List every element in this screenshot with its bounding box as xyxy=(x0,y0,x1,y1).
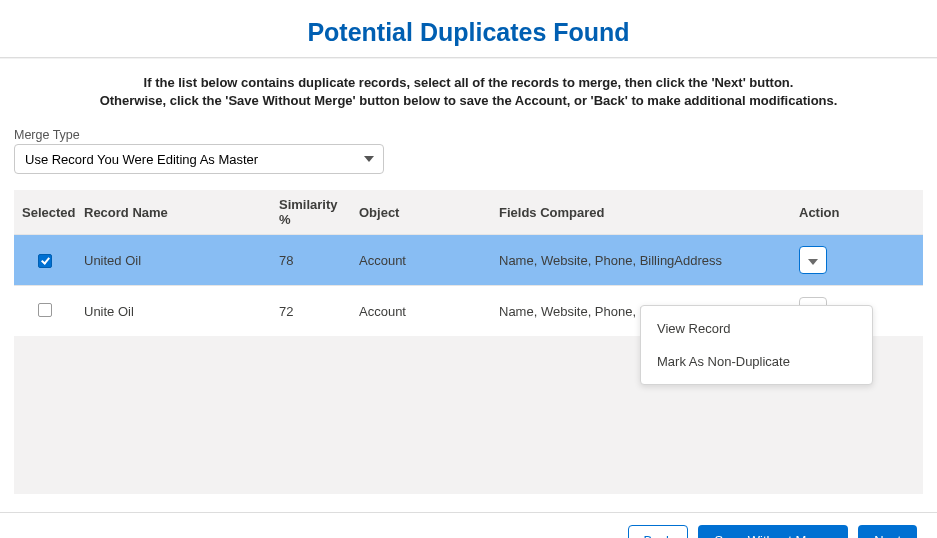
cell-object: Account xyxy=(351,235,491,286)
col-fields-compared-header: Fields Compared xyxy=(491,190,791,235)
back-button[interactable]: Back xyxy=(628,525,689,538)
cell-selected xyxy=(14,235,76,286)
cell-record-name: United Oil xyxy=(76,235,271,286)
merge-type-select[interactable]: Use Record You Were Editing As Master xyxy=(14,144,384,174)
cell-similarity: 78 xyxy=(271,235,351,286)
cell-object: Account xyxy=(351,286,491,337)
row-action-menu: View Record Mark As Non-Duplicate xyxy=(640,305,873,385)
col-selected-header: Selected xyxy=(14,190,76,235)
cell-fields: Name, Website, Phone, BillingAddress xyxy=(491,235,791,286)
cell-record-name: Unite Oil xyxy=(76,286,271,337)
row-checkbox[interactable] xyxy=(38,303,52,317)
cell-action xyxy=(791,235,923,286)
instructions-block: If the list below contains duplicate rec… xyxy=(0,58,937,120)
row-checkbox[interactable] xyxy=(38,254,52,268)
page-header: Potential Duplicates Found xyxy=(0,0,937,57)
instructions-line-2: Otherwise, click the 'Save Without Merge… xyxy=(20,92,917,110)
col-action-header: Action xyxy=(791,190,923,235)
next-button[interactable]: Next xyxy=(858,525,917,538)
cell-similarity: 72 xyxy=(271,286,351,337)
table-header: Selected Record Name Similarity % Object… xyxy=(14,190,923,235)
chevron-down-icon xyxy=(808,253,818,268)
merge-type-section: Merge Type Use Record You Were Editing A… xyxy=(0,120,937,178)
menu-item-view-record[interactable]: View Record xyxy=(641,312,872,345)
merge-type-label: Merge Type xyxy=(14,128,923,142)
page-title: Potential Duplicates Found xyxy=(0,18,937,47)
col-record-name-header: Record Name xyxy=(76,190,271,235)
merge-type-select-wrap: Use Record You Were Editing As Master xyxy=(14,144,384,174)
menu-item-mark-non-duplicate[interactable]: Mark As Non-Duplicate xyxy=(641,345,872,378)
footer-actions: Back Save Without Merge Next xyxy=(0,513,937,538)
col-similarity-header: Similarity % xyxy=(271,190,351,235)
row-action-button[interactable] xyxy=(799,246,827,274)
instructions-line-1: If the list below contains duplicate rec… xyxy=(20,74,917,92)
save-without-merge-button[interactable]: Save Without Merge xyxy=(698,525,848,538)
merge-type-selected-value: Use Record You Were Editing As Master xyxy=(25,152,353,167)
table-row: United Oil 78 Account Name, Website, Pho… xyxy=(14,235,923,286)
cell-selected xyxy=(14,286,76,337)
col-object-header: Object xyxy=(351,190,491,235)
